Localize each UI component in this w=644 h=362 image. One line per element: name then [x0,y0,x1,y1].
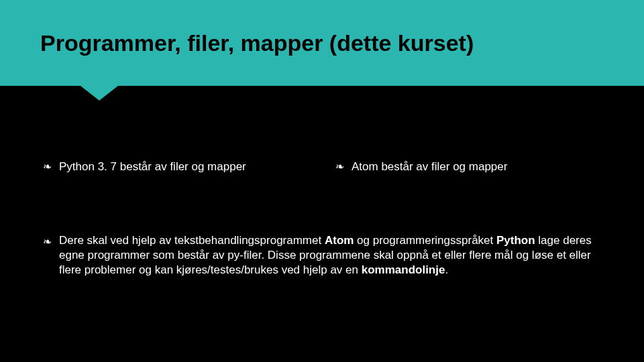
left-bullet: ❧ Python 3. 7 består av filer og mapper [43,160,309,174]
left-bullet-text: Python 3. 7 består av filer og mapper [59,160,246,174]
slide-header: Programmer, filer, mapper (dette kurset) [0,0,644,86]
right-bullet-text: Atom består av filer og mapper [352,160,507,174]
para-seg: . [445,263,448,276]
slide-title: Programmer, filer, mapper (dette kurset) [40,30,474,56]
para-bold-python: Python [496,234,535,247]
leaf-bullet-icon: ❧ [43,235,55,249]
header-notch [80,86,118,101]
leaf-bullet-icon: ❧ [43,160,55,174]
para-seg: Dere skal ved hjelp av tekstbehandlingsp… [59,234,325,247]
para-bold-kommandolinje: kommandolinje [362,263,445,276]
paragraph-bullet: ❧ Dere skal ved hjelp av tekstbehandling… [43,233,601,278]
para-bold-atom: Atom [325,234,354,247]
leaf-bullet-icon: ❧ [335,160,347,174]
paragraph-text: Dere skal ved hjelp av tekstbehandlingsp… [59,233,601,278]
slide-content: ❧ Python 3. 7 består av filer og mapper … [0,160,644,278]
para-seg: og programmeringsspråket [354,234,496,247]
right-bullet: ❧ Atom består av filer og mapper [335,160,601,174]
two-column-row: ❧ Python 3. 7 består av filer og mapper … [43,160,601,174]
